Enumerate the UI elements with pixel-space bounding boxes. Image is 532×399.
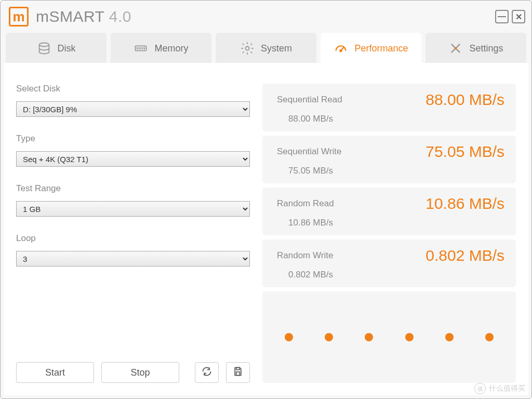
app-version: 4.0 — [109, 8, 131, 25]
result-random-write: Random Write 0.802 MB/s 0.802 MB/s — [262, 240, 516, 287]
result-value: 88.00 MB/s — [425, 91, 504, 109]
result-value: 0.802 MB/s — [425, 247, 504, 264]
results-panel: Sequential Read 88.00 MB/s 88.00 MB/s Se… — [262, 84, 516, 383]
save-button[interactable] — [226, 362, 250, 383]
svg-point-0 — [39, 43, 49, 47]
type-dropdown[interactable]: Seq + 4K (Q32 T1) — [16, 151, 250, 167]
svg-point-2 — [245, 47, 249, 50]
watermark: 值 什么值得买 — [474, 383, 525, 394]
progress-dots — [262, 291, 516, 383]
progress-dot-icon — [445, 333, 454, 341]
tab-settings[interactable]: Settings — [425, 33, 526, 64]
content-area: Select Disk D: [3/30GB] 9% Type Seq + 4K… — [4, 63, 528, 395]
start-button[interactable]: Start — [16, 362, 94, 383]
window-controls: — ✕ — [495, 10, 525, 23]
tab-memory[interactable]: Memory — [111, 33, 211, 64]
stop-button[interactable]: Stop — [101, 362, 179, 383]
select-disk-dropdown[interactable]: D: [3/30GB] 9% — [16, 101, 250, 117]
svg-point-4 — [455, 47, 457, 50]
tab-label: Performance — [354, 43, 408, 54]
tab-label: Disk — [58, 43, 76, 54]
loop-dropdown[interactable]: 3 — [16, 251, 250, 267]
result-subvalue: 75.05 MB/s — [288, 166, 504, 176]
field-loop: Loop 3 — [16, 233, 250, 267]
tab-system[interactable]: System — [216, 33, 316, 64]
field-type: Type Seq + 4K (Q32 T1) — [16, 134, 250, 167]
svg-point-3 — [340, 50, 342, 51]
gauge-icon — [334, 41, 348, 56]
app-window: m mSMART 4.0 — ✕ Disk Memory System — [0, 0, 532, 399]
label-type: Type — [16, 134, 250, 144]
progress-dot-icon — [325, 333, 333, 341]
label-select-disk: Select Disk — [16, 84, 250, 94]
app-title: mSMART 4.0 — [36, 8, 131, 25]
svg-rect-6 — [236, 371, 240, 375]
result-title: Random Write — [277, 250, 333, 261]
label-test-range: Test Range — [16, 183, 250, 194]
tab-disk[interactable]: Disk — [6, 33, 107, 64]
result-sequential-read: Sequential Read 88.00 MB/s 88.00 MB/s — [262, 84, 516, 131]
result-title: Random Read — [277, 198, 334, 209]
watermark-icon: 值 — [474, 383, 486, 394]
tab-label: Memory — [154, 43, 188, 54]
result-title: Sequential Write — [277, 147, 341, 157]
settings-x-icon — [448, 41, 463, 56]
result-subvalue: 10.86 MB/s — [288, 218, 504, 228]
result-sequential-write: Sequential Write 75.05 MB/s 75.05 MB/s — [262, 136, 516, 183]
result-random-read: Random Read 10.86 MB/s 10.86 MB/s — [262, 188, 516, 235]
label-loop: Loop — [16, 233, 250, 244]
refresh-icon — [202, 366, 212, 379]
result-subvalue: 88.00 MB/s — [288, 114, 504, 124]
refresh-button[interactable] — [195, 362, 219, 383]
close-button[interactable]: ✕ — [512, 10, 525, 23]
result-value: 75.05 MB/s — [425, 143, 504, 161]
gear-icon — [240, 41, 255, 56]
test-range-dropdown[interactable]: 1 GB — [16, 201, 250, 217]
tab-label: Settings — [469, 43, 503, 54]
field-test-range: Test Range 1 GB — [16, 183, 250, 217]
svg-rect-5 — [236, 367, 240, 369]
action-buttons: Start Stop — [16, 362, 250, 383]
tab-label: System — [261, 43, 292, 54]
field-select-disk: Select Disk D: [3/30GB] 9% — [16, 84, 250, 117]
controls-panel: Select Disk D: [3/30GB] 9% Type Seq + 4K… — [16, 84, 250, 383]
result-subvalue: 0.802 MB/s — [288, 270, 504, 280]
disk-icon — [37, 41, 51, 56]
tab-performance[interactable]: Performance — [321, 33, 421, 64]
app-logo-icon: m — [9, 7, 29, 26]
progress-dot-icon — [285, 333, 293, 341]
progress-dot-icon — [485, 333, 494, 341]
minimize-button[interactable]: — — [495, 10, 509, 23]
app-name: mSMART — [36, 8, 104, 25]
progress-dot-icon — [405, 333, 414, 341]
watermark-text: 什么值得买 — [489, 384, 525, 393]
save-icon — [233, 366, 243, 379]
memory-icon — [134, 41, 148, 56]
progress-dot-icon — [365, 333, 373, 341]
result-value: 10.86 MB/s — [425, 195, 504, 212]
tab-bar: Disk Memory System Performance Settings — [4, 33, 528, 64]
result-title: Sequential Read — [277, 95, 342, 105]
titlebar: m mSMART 4.0 — ✕ — [4, 4, 528, 33]
